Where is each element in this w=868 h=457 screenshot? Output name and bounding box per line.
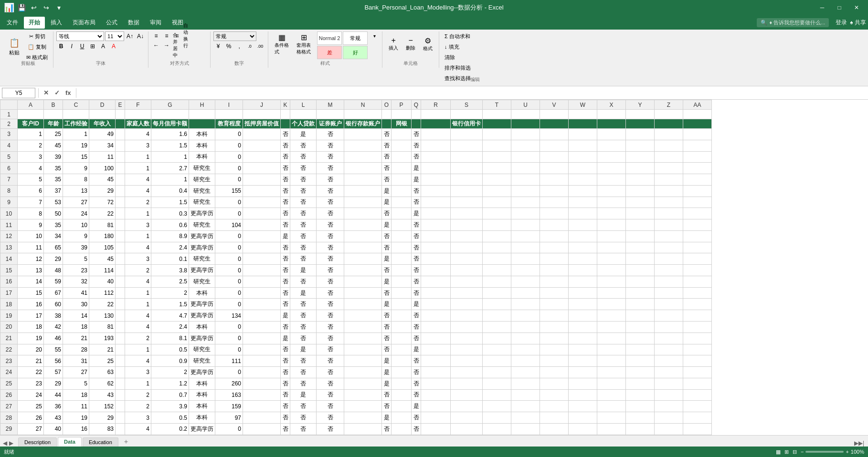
cell[interactable] — [243, 310, 281, 322]
cell[interactable]: 40 — [89, 276, 116, 287]
cell[interactable] — [569, 265, 597, 276]
cell[interactable] — [540, 344, 569, 355]
cell[interactable]: 1 — [125, 208, 151, 219]
cell[interactable] — [655, 185, 683, 197]
cell[interactable]: 0 — [215, 174, 243, 186]
cell[interactable]: 4.7 — [151, 310, 189, 322]
r1c24[interactable] — [597, 110, 626, 119]
cell[interactable]: 否 — [281, 253, 290, 265]
cell[interactable]: 是 — [382, 355, 392, 367]
header-loan[interactable]: 个人贷款 — [290, 119, 317, 129]
cell[interactable]: 15 — [18, 287, 44, 299]
cell[interactable] — [116, 185, 125, 197]
cell[interactable] — [243, 355, 281, 367]
cell[interactable]: 25 — [18, 401, 44, 412]
cell[interactable] — [511, 287, 540, 299]
cell[interactable] — [569, 355, 597, 367]
share-button[interactable]: ♠ 共享 — [850, 19, 866, 27]
header-online[interactable]: 网银 — [392, 119, 412, 129]
cell[interactable]: 2 — [151, 287, 189, 299]
r1c11[interactable] — [281, 110, 290, 119]
cell[interactable] — [511, 401, 540, 412]
cell[interactable]: 3.9 — [151, 401, 189, 412]
cell[interactable] — [683, 276, 712, 287]
col-d-header[interactable]: D — [89, 100, 116, 110]
cell[interactable]: 否 — [281, 151, 290, 163]
cell[interactable] — [511, 219, 540, 231]
merge-center-button[interactable]: 合并居中 — [172, 41, 182, 50]
sheet-container[interactable]: A B C D E F G H I J K L M N O — [0, 100, 868, 435]
cell[interactable] — [392, 389, 412, 401]
cell[interactable] — [569, 344, 597, 355]
cell[interactable] — [655, 310, 683, 322]
cell[interactable]: 34 — [44, 230, 63, 242]
header-securities[interactable]: 证券账户 — [317, 119, 344, 129]
cell[interactable] — [344, 230, 382, 242]
cell[interactable] — [421, 208, 451, 219]
cell[interactable] — [569, 151, 597, 163]
r1c5[interactable] — [116, 110, 125, 119]
align-left-button[interactable]: ≡ — [151, 31, 161, 40]
cell[interactable]: 本科 — [189, 287, 215, 299]
cell[interactable]: 1.5 — [151, 140, 189, 151]
cell[interactable] — [451, 174, 483, 186]
cell[interactable]: 34 — [89, 140, 116, 151]
cell[interactable] — [243, 344, 281, 355]
cell[interactable] — [597, 299, 626, 310]
cell[interactable]: 否 — [317, 163, 344, 174]
cell[interactable] — [451, 344, 483, 355]
cell[interactable]: 否 — [281, 401, 290, 412]
cell[interactable]: 2 — [125, 401, 151, 412]
cell[interactable]: 16 — [63, 423, 89, 435]
cell[interactable] — [483, 276, 511, 287]
cell[interactable]: 5 — [18, 174, 44, 186]
cell[interactable]: 否 — [317, 140, 344, 151]
cell[interactable]: 否 — [382, 310, 392, 322]
cell[interactable]: 0 — [215, 253, 243, 265]
cell[interactable] — [421, 219, 451, 231]
cell[interactable] — [683, 253, 712, 265]
cell[interactable]: 否 — [382, 230, 392, 242]
cell[interactable]: 是 — [382, 276, 392, 287]
scroll-tabs-right[interactable]: ▶ — [8, 440, 14, 447]
cell[interactable]: 否 — [281, 299, 290, 310]
cell[interactable]: 0.5 — [151, 344, 189, 355]
col-s-header[interactable]: S — [451, 100, 483, 110]
cell[interactable] — [451, 129, 483, 140]
cell[interactable]: 55 — [44, 344, 63, 355]
cell[interactable]: 否 — [281, 322, 290, 333]
header-aa[interactable] — [683, 119, 712, 129]
undo-button[interactable]: ↩ — [29, 2, 39, 13]
col-a-header[interactable]: A — [18, 100, 44, 110]
cell[interactable]: 否 — [281, 219, 290, 231]
insert-cells-button[interactable]: + 插入 — [385, 31, 402, 56]
cell[interactable]: 1 — [125, 230, 151, 242]
cell[interactable] — [344, 401, 382, 412]
cell[interactable] — [626, 310, 655, 322]
styles-expand-button[interactable]: ▾ — [370, 31, 379, 40]
cell[interactable] — [511, 378, 540, 389]
col-u-header[interactable]: U — [511, 100, 540, 110]
cell[interactable]: 更高学历 — [189, 423, 215, 435]
header-y[interactable] — [626, 119, 655, 129]
cell[interactable] — [116, 389, 125, 401]
cell[interactable] — [626, 299, 655, 310]
cell[interactable] — [392, 287, 412, 299]
cell[interactable]: 4 — [125, 423, 151, 435]
cell[interactable]: 否 — [290, 140, 317, 151]
cell[interactable]: 22 — [89, 208, 116, 219]
cell[interactable]: 否 — [290, 355, 317, 367]
cell[interactable] — [655, 129, 683, 140]
decrease-decimal-button[interactable]: .00 — [255, 42, 265, 51]
cell[interactable] — [116, 412, 125, 424]
customize-qat-button[interactable]: ▾ — [53, 2, 64, 13]
increase-font-button[interactable]: A↑ — [125, 32, 135, 41]
cell[interactable]: 18 — [63, 322, 89, 333]
cell[interactable] — [597, 389, 626, 401]
cell[interactable] — [626, 265, 655, 276]
cell[interactable] — [421, 401, 451, 412]
cell[interactable] — [597, 355, 626, 367]
cell[interactable]: 0 — [215, 197, 243, 208]
cell[interactable] — [683, 423, 712, 435]
cell[interactable] — [683, 332, 712, 344]
